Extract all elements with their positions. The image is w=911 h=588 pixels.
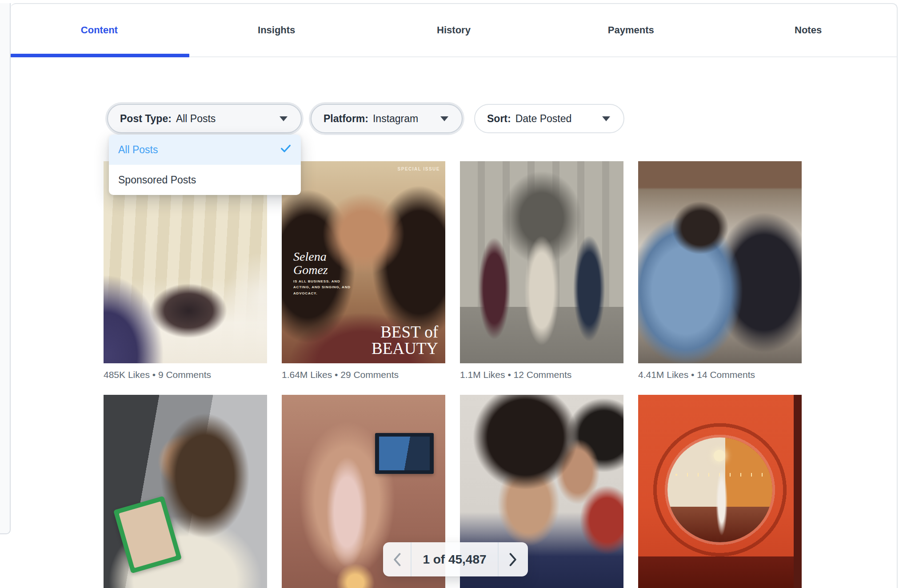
tab-notes[interactable]: Notes — [719, 4, 897, 56]
post-type-filter-dropdown[interactable]: Post Type: All Posts — [107, 104, 302, 133]
previous-page-button[interactable] — [383, 542, 411, 576]
magazine-tag-text: SPECIAL ISSUE — [398, 167, 440, 171]
active-tab-underline — [11, 54, 189, 57]
background-card-edge — [0, 3, 11, 534]
post-thumbnail[interactable] — [638, 395, 802, 588]
content-panel: Content Insights History Payments Notes … — [11, 3, 898, 588]
sort-filter-label: Sort: — [487, 113, 511, 125]
check-icon — [280, 142, 292, 157]
dropdown-option-label: Sponsored Posts — [118, 174, 196, 186]
tab-insights[interactable]: Insights — [188, 4, 365, 56]
product-box — [113, 496, 182, 574]
page-indicator: 1 of 45,487 — [412, 542, 498, 576]
tab-label: Insights — [258, 24, 295, 36]
caret-down-icon — [440, 116, 448, 121]
magazine-name-text: Selena Gomez — [293, 250, 347, 277]
tabs-bar: Content Insights History Payments Notes — [11, 4, 897, 57]
platform-filter-value: Instagram — [373, 113, 418, 125]
tab-payments[interactable]: Payments — [542, 4, 719, 56]
caret-down-icon — [280, 116, 288, 121]
post-type-dropdown-menu: All Posts Sponsored Posts — [109, 135, 301, 195]
post-thumbnail[interactable]: SPECIAL ISSUE Selena Gomez IS ALL BUSINE… — [282, 161, 445, 363]
post-stats: 1.1M Likes • 12 Comments — [460, 369, 571, 380]
chevron-right-icon — [508, 552, 518, 567]
post-thumbnail[interactable] — [638, 161, 802, 363]
tab-label: History — [437, 24, 471, 36]
sort-filter-dropdown[interactable]: Sort: Date Posted — [474, 104, 624, 133]
post-thumbnail[interactable] — [104, 395, 267, 588]
post-stats: 4.41M Likes • 14 Comments — [638, 369, 755, 380]
platform-filter-dropdown[interactable]: Platform: Instagram — [311, 104, 463, 133]
post-stats: 1.64M Likes • 29 Comments — [282, 369, 399, 380]
chevron-left-icon — [392, 552, 402, 567]
tab-content[interactable]: Content — [11, 4, 188, 56]
arch-opening — [667, 437, 772, 542]
caret-down-icon — [602, 116, 610, 121]
tab-history[interactable]: History — [365, 4, 543, 56]
next-page-button[interactable] — [499, 542, 528, 576]
tab-label: Payments — [608, 24, 654, 36]
magazine-headline-text: BEST ofBEAUTY — [372, 324, 438, 357]
post-type-filter-label: Post Type: — [120, 113, 172, 125]
dropdown-option-sponsored-posts[interactable]: Sponsored Posts — [109, 165, 301, 195]
tab-label: Content — [81, 24, 118, 36]
magazine-caption-text: IS ALL BUSINESS. AND ACTING, AND SINGING… — [293, 278, 356, 297]
post-stats: 485K Likes • 9 Comments — [104, 369, 211, 380]
dropdown-option-all-posts[interactable]: All Posts — [109, 135, 301, 165]
pagination-bar: 1 of 45,487 — [383, 542, 528, 576]
post-type-filter-value: All Posts — [176, 113, 216, 125]
tab-label: Notes — [795, 24, 822, 36]
tv-screen — [375, 433, 434, 474]
dropdown-option-label: All Posts — [118, 144, 158, 156]
platform-filter-label: Platform: — [324, 113, 368, 125]
post-thumbnail[interactable] — [460, 161, 623, 363]
sort-filter-value: Date Posted — [515, 113, 572, 125]
